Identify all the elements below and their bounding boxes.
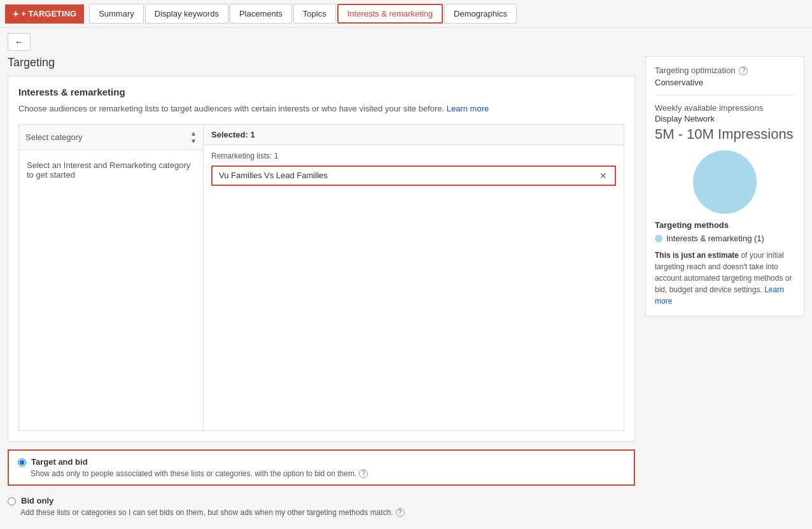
weekly-title: Weekly available impressions — [655, 103, 795, 113]
tab-placements[interactable]: Placements — [230, 4, 292, 24]
methods-title: Targeting methods — [655, 220, 795, 230]
selected-item: Vu Familles Vs Lead Familles ✕ — [211, 166, 616, 186]
opt-row: Targeting optimization ? — [655, 66, 795, 75]
target-bid-label: Target and bid — [31, 457, 88, 467]
page-title: Targeting — [8, 56, 635, 69]
get-started-label: Select an Interest and Remarketing categ… — [27, 160, 190, 180]
selector-right: Selected: 1 Remarketing lists: 1 Vu Fami… — [204, 125, 624, 430]
remarketing-section: Remarketing lists: 1 Vu Familles Vs Lead… — [204, 145, 624, 195]
bid-only-desc-text: Add these lists or categories so I can s… — [20, 508, 393, 517]
target-bid-description-text: Show ads only to people associated with … — [31, 469, 356, 478]
chart-container — [655, 150, 795, 214]
left-panel: Targeting Interests & remarketing Choose… — [8, 56, 635, 517]
selected-header: Selected: 1 — [204, 125, 624, 145]
target-bid-desc: Show ads only to people associated with … — [31, 469, 625, 478]
top-bar: + + TARGETING Summary Display keywords P… — [0, 0, 812, 28]
arrow-down-icon: ▼ — [190, 138, 197, 145]
method-dot-icon — [655, 235, 662, 243]
selector-grid: Select category ▲ ▼ Select an Interest a… — [18, 124, 624, 431]
main-content: Targeting Interests & remarketing Choose… — [0, 56, 812, 525]
target-bid-row: Target and bid — [18, 457, 625, 467]
close-icon[interactable]: ✕ — [598, 171, 608, 181]
category-arrows[interactable]: ▲ ▼ — [190, 130, 197, 145]
sidebar-card: Targeting optimization ? Conservative We… — [645, 56, 804, 316]
weekly-network: Display Network — [655, 114, 795, 123]
opt-title: Targeting optimization — [655, 66, 735, 75]
learn-more-link[interactable]: Learn more — [447, 104, 489, 113]
targeting-button[interactable]: + + TARGETING — [5, 4, 84, 24]
arrow-up-icon: ▲ — [190, 130, 197, 137]
card-description: Choose audiences or remarketing lists to… — [18, 102, 624, 115]
impressions-range: 5M - 10M Impressions — [655, 126, 795, 143]
estimate-strong: This is just an estimate — [655, 251, 739, 260]
opt-value: Conservative — [655, 78, 795, 87]
targeting-btn-label: + TARGETING — [21, 9, 76, 18]
method-label: Interests & remarketing (1) — [666, 234, 764, 243]
circle-chart — [693, 150, 757, 214]
tab-topics[interactable]: Topics — [293, 4, 336, 24]
right-sidebar: Targeting optimization ? Conservative We… — [645, 56, 804, 517]
estimate-text: This is just an estimate of your initial… — [655, 250, 795, 307]
bid-only-radio[interactable] — [8, 497, 16, 505]
get-started-text: Select an Interest and Remarketing categ… — [19, 150, 203, 190]
interests-card: Interests & remarketing Choose audiences… — [8, 76, 635, 442]
category-select-label: Select category — [25, 132, 83, 142]
remarketing-label: Remarketing lists: 1 — [211, 152, 616, 160]
selected-item-text: Vu Familles Vs Lead Familles — [219, 171, 328, 180]
tab-interests-remarketing[interactable]: Interests & remarketing — [337, 4, 443, 24]
tab-demographics[interactable]: Demographics — [444, 4, 517, 24]
tab-summary[interactable]: Summary — [89, 4, 144, 24]
tab-display-keywords[interactable]: Display keywords — [145, 4, 228, 24]
target-bid-help-icon[interactable]: ? — [359, 469, 368, 478]
target-bid-radio[interactable] — [18, 458, 26, 467]
target-bid-section: Target and bid Show ads only to people a… — [8, 449, 635, 517]
back-button[interactable]: ← — [8, 33, 31, 51]
card-title: Interests & remarketing — [18, 87, 624, 97]
nav-tabs: Summary Display keywords Placements Topi… — [89, 4, 518, 24]
bid-only-radio-row: Bid only — [8, 496, 635, 505]
divider-1 — [655, 95, 795, 95]
category-header: Select category ▲ ▼ — [19, 125, 203, 150]
card-desc-text: Choose audiences or remarketing lists to… — [18, 104, 444, 113]
selector-left: Select category ▲ ▼ Select an Interest a… — [19, 125, 204, 430]
method-row: Interests & remarketing (1) — [655, 234, 795, 243]
back-row: ← — [0, 28, 812, 56]
plus-icon: + — [13, 8, 18, 20]
target-bid-box: Target and bid Show ads only to people a… — [8, 449, 635, 486]
bid-only-label: Bid only — [21, 496, 53, 505]
bid-only-row: Bid only Add these lists or categories s… — [8, 491, 635, 517]
bid-only-desc: Add these lists or categories so I can s… — [20, 508, 635, 517]
opt-help-icon[interactable]: ? — [739, 66, 748, 75]
bid-only-help-icon[interactable]: ? — [396, 508, 405, 517]
